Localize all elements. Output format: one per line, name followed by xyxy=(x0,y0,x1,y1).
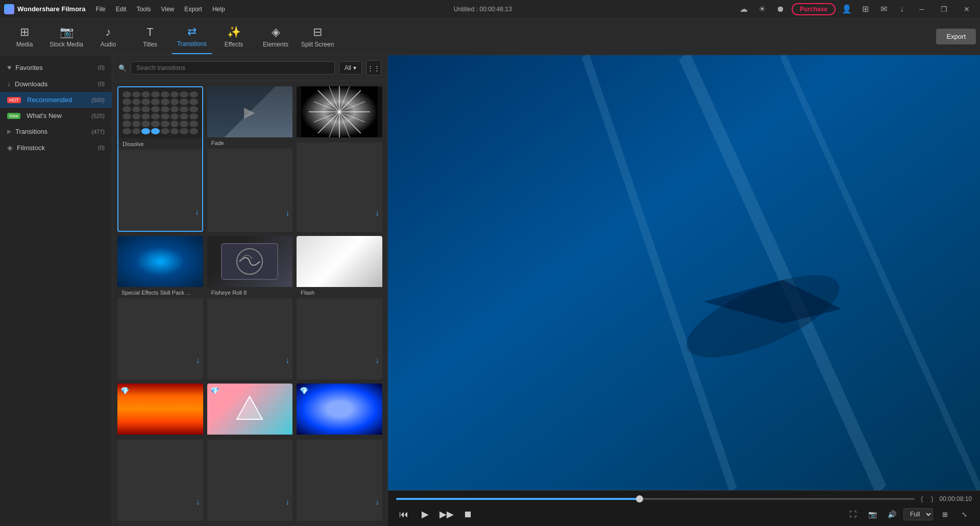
titles-label: Titles xyxy=(143,41,157,48)
export-button[interactable]: Export xyxy=(936,29,976,44)
toolbar-media[interactable]: ⊞ Media xyxy=(4,19,45,54)
close-button[interactable]: ✕ xyxy=(958,0,976,18)
menu-file[interactable]: File xyxy=(91,4,109,15)
downloads-count: (0) xyxy=(98,81,105,87)
svg-marker-19 xyxy=(237,396,262,419)
transition-card-glow[interactable]: 💎 ↓ xyxy=(297,384,382,521)
transitions-arrow-icon: ▶ xyxy=(7,128,11,135)
favorites-count: (0) xyxy=(98,64,105,70)
search-bar: 🔍 All ▾ ⋮⋮ xyxy=(112,55,387,81)
mail-icon[interactable]: ✉ xyxy=(876,2,891,16)
geo-pro-icon: 💎 xyxy=(210,387,219,395)
glow-thumb xyxy=(297,384,382,435)
sidebar-item-filmstock[interactable]: ◈ Filmstock (0) xyxy=(0,139,112,156)
split-screen-label: Split Screen xyxy=(301,41,334,48)
transition-card-fisheye[interactable]: ↓ Fisheye Roll 8 xyxy=(207,236,293,379)
skip-back-button[interactable]: ⏮ xyxy=(396,507,411,522)
search-input[interactable] xyxy=(131,61,335,75)
menu-help[interactable]: Help xyxy=(208,4,229,15)
toolbar-transitions[interactable]: ⇄ Transitions xyxy=(172,19,212,54)
profile-icon[interactable]: 👤 xyxy=(840,2,854,16)
progress-track[interactable] xyxy=(396,498,915,500)
progress-handle[interactable] xyxy=(636,495,643,503)
toolbar-audio[interactable]: ♪ Audio xyxy=(88,19,129,54)
transition-card-fire[interactable]: 💎 ↓ xyxy=(117,384,203,521)
transition-card-dissolve[interactable]: ↓ Dissolve xyxy=(117,86,203,232)
toolbar-elements[interactable]: ◈ Elements xyxy=(255,19,296,54)
transition-card-flash[interactable]: ↓ Flash xyxy=(297,236,382,379)
media-label: Media xyxy=(16,41,33,48)
minimize-button[interactable]: ─ xyxy=(913,0,930,18)
stop-button[interactable]: ⏹ xyxy=(460,507,476,522)
toolbar-titles[interactable]: T Titles xyxy=(130,19,170,54)
fisheye-label: Fisheye Roll 8 xyxy=(207,287,293,298)
filter-button[interactable]: All ▾ xyxy=(339,61,362,75)
play-pause-button[interactable]: ▶ xyxy=(418,507,433,522)
elements-label: Elements xyxy=(263,41,288,48)
special-effects-download-icon: ↓ xyxy=(196,356,200,365)
special-effects-label: Special Effects Skill Pack ... xyxy=(117,287,203,298)
filmstock-icon: ◈ xyxy=(7,144,13,152)
sidebar-item-whats-new[interactable]: New What's New (525) xyxy=(0,108,112,124)
transition-card-geo[interactable]: 💎 ↓ xyxy=(207,384,293,521)
effects-label: Effects xyxy=(225,41,243,48)
menu-export[interactable]: Export xyxy=(180,4,206,15)
purchase-button[interactable]: Purchase xyxy=(792,3,836,15)
record-icon[interactable]: ⏺ xyxy=(773,2,788,16)
maximize-button[interactable]: ❐ xyxy=(935,0,953,18)
cloud-icon[interactable]: ☁ xyxy=(737,2,751,16)
sidebar-content-area: ♥ Favorites (0) ↓ Downloads (0) HOT Reco xyxy=(0,55,387,526)
app-logo-icon xyxy=(4,4,14,14)
dissolve-thumb xyxy=(118,87,202,138)
glow-download-icon: ↓ xyxy=(375,497,379,507)
start-bracket[interactable]: { xyxy=(919,495,925,503)
sidebar-item-transitions[interactable]: ▶ Transitions (477) xyxy=(0,124,112,139)
filter-chevron-icon: ▾ xyxy=(353,64,356,71)
left-panel: ♥ Favorites (0) ↓ Downloads (0) HOT Reco xyxy=(0,55,388,526)
expand-icon[interactable]: ⤡ xyxy=(957,507,972,522)
transition-card-sunburst[interactable]: ↓ xyxy=(297,86,382,232)
snapshot-icon[interactable]: 📷 xyxy=(865,507,880,522)
toolbar-stock-media[interactable]: 📷 Stock Media xyxy=(46,19,87,54)
fade-download-icon: ↓ xyxy=(285,208,289,218)
sidebar-item-recommended[interactable]: HOT Recommended (500) xyxy=(0,92,112,108)
fire-label xyxy=(117,435,203,440)
audio-label: Audio xyxy=(101,41,116,48)
sidebar: ♥ Favorites (0) ↓ Downloads (0) HOT Reco xyxy=(0,55,112,526)
sidebar-item-favorites[interactable]: ♥ Favorites (0) xyxy=(0,59,112,76)
sun-icon[interactable]: ☀ xyxy=(755,2,769,16)
end-bracket[interactable]: } xyxy=(929,495,935,503)
time-display: 00:00:08:10 xyxy=(940,495,972,503)
menu-bar: File Edit Tools View Export Help xyxy=(91,4,229,15)
sidebar-item-downloads[interactable]: ↓ Downloads (0) xyxy=(0,76,112,92)
search-icon: 🔍 xyxy=(118,64,127,72)
toolbar: ⊞ Media 📷 Stock Media ♪ Audio T Titles ⇄… xyxy=(0,18,980,55)
menu-view[interactable]: View xyxy=(157,4,178,15)
transition-card-special-effects[interactable]: ↓ Special Effects Skill Pack ... xyxy=(117,236,203,379)
transition-card-fade[interactable]: ▶ ↓ Fade xyxy=(207,86,293,232)
play-forward-button[interactable]: ▶▶ xyxy=(439,507,454,522)
preview-controls: { } 00:00:08:10 ⏮ ▶ ▶▶ ⏹ ⛶ 📷 🔊 Full 1/2 … xyxy=(388,490,980,526)
flash-download-icon: ↓ xyxy=(375,356,379,365)
fisheye-download-icon: ↓ xyxy=(285,356,289,365)
toolbar-effects[interactable]: ✨ Effects xyxy=(213,19,254,54)
app-logo: Wondershare Filmora xyxy=(4,4,85,14)
download-icon[interactable]: ↓ xyxy=(895,2,909,16)
menu-tools[interactable]: Tools xyxy=(132,4,155,15)
recommended-count: (500) xyxy=(91,97,105,103)
heart-icon: ♥ xyxy=(7,63,11,71)
layout-icon[interactable]: ⊞ xyxy=(858,2,872,16)
transitions-count: (477) xyxy=(91,129,105,135)
aspect-ratio-icon[interactable]: ⊞ xyxy=(937,507,952,522)
volume-icon[interactable]: 🔊 xyxy=(884,507,899,522)
fisheye-thumb xyxy=(207,236,293,287)
flash-label: Flash xyxy=(297,287,382,298)
fullscreen-icon[interactable]: ⛶ xyxy=(845,507,861,522)
toolbar-split-screen[interactable]: ⊟ Split Screen xyxy=(297,19,338,54)
grid-view-button[interactable]: ⋮⋮ xyxy=(366,60,381,76)
quality-selector[interactable]: Full 1/2 1/4 xyxy=(903,508,933,520)
dissolve-pattern xyxy=(118,87,202,138)
menu-edit[interactable]: Edit xyxy=(112,4,131,15)
download-sidebar-icon: ↓ xyxy=(7,80,11,88)
fade-thumb: ▶ xyxy=(207,86,293,137)
